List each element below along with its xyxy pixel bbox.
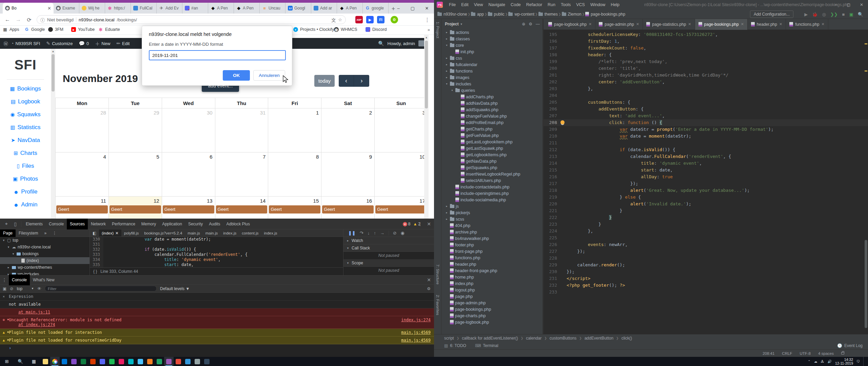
code-line[interactable]: 199 /*left: 'prev,next today', [544,58,868,65]
console-tab-whatsnew[interactable]: What's New [30,274,58,285]
breadcrumb-item[interactable]: Zlemon [562,12,581,17]
browser-tab[interactable]: ✻https:/ [105,3,131,14]
encoding[interactable]: UTF-8 [800,351,811,355]
stack-frame-link[interactable]: at index.js:274 [9,322,431,327]
navigator-tab-page[interactable]: Page [0,229,16,237]
source-link[interactable]: main.js:4569 [401,338,431,343]
show-navigator-icon[interactable]: ◧ [90,229,99,237]
calendar-day-cell[interactable]: 2 [321,108,375,152]
admin-bar-comments[interactable]: 💬0 [79,41,89,46]
project-tree-item[interactable]: ▸scss [441,216,542,222]
menu-vcs[interactable]: VCS [573,2,588,7]
close-icon[interactable]: ✕ [855,0,868,9]
devtools-tab-console[interactable]: Console [46,219,67,229]
project-tree-item[interactable]: page-admin.php [441,300,542,306]
sidebar-item-admin[interactable]: ☻Admin [0,198,51,211]
menu-navigate[interactable]: Navigate [486,2,508,7]
code-breadcrumb-item[interactable]: customButtons [550,336,576,341]
navigator-tree-item[interactable]: ▾bookings [0,250,90,257]
minimize-icon[interactable]: – [391,3,406,14]
extension-icon[interactable]: FI [377,16,384,23]
editor-tab[interactable]: page-bookings.php✕ [695,19,748,30]
taskbar-search-icon[interactable]: 🔍 [14,357,27,366]
project-tree-item[interactable]: ▸fullcalendar [441,61,542,68]
source-file-tab[interactable]: main.js [203,229,220,237]
code-line[interactable]: 207 text: 'add event...', [544,113,868,119]
calendar-day-cell[interactable]: 17Geert [375,197,428,219]
device-toolbar-icon[interactable]: ▯ [11,220,20,228]
tab-close-icon[interactable]: ✕ [589,22,592,26]
menu-window[interactable]: Window [588,2,608,7]
browser-tab[interactable]: Ggoogle [363,3,389,14]
expand-icon[interactable]: ▶ [7,318,9,321]
tray-expand-icon[interactable]: ⌃ [808,360,810,363]
calendar-event[interactable]: Geert [216,205,268,214]
code-breadcrumb-item[interactable]: addEventButton [585,336,613,341]
project-tree-item[interactable]: front-page.php [441,248,542,255]
chrome-menu-icon[interactable]: ⋮ [423,16,431,24]
sidebar-item-bookings[interactable]: ▦Bookings [0,82,51,95]
menu-code[interactable]: Code [508,2,524,7]
show-desktop-button[interactable] [863,357,865,366]
admin-bar-site[interactable]: ◔N939SR SFI [11,41,40,46]
project-pane-title[interactable]: Project [445,22,459,26]
maximize-icon[interactable]: ▢ [842,0,855,9]
code-line[interactable]: 220 alert('Invalid date.'); [544,201,868,207]
code-line[interactable]: 226 events: newArr, [544,241,868,248]
code-breadcrumb-item[interactable]: callback for addEventListener() [462,336,518,341]
devtools-tab-audits[interactable]: Audits [206,219,223,229]
console-message[interactable]: ⊗▶Uncaught ReferenceError: module is not… [0,316,434,329]
project-tree-item[interactable]: getLastLogbookItem.php [441,139,542,145]
scroll-up-icon[interactable]: ▲ [51,49,55,54]
code-line[interactable]: 223 } [544,221,868,228]
settings-icon[interactable]: ⚙ [529,22,532,26]
next-month-button[interactable]: › [354,75,369,87]
devtools-close-icon[interactable]: ✕ [425,220,433,228]
breadcrumb-item[interactable]: wp-content [508,12,534,17]
admin-bar-new[interactable]: ＋New [95,40,110,47]
project-tree-item[interactable]: ▸images [441,74,542,81]
breadcrumb-item[interactable]: app [471,12,484,17]
project-tree-item[interactable]: ▸functions [441,68,542,74]
project-tree-item[interactable]: ▾queries [441,87,542,94]
stack-frame-link[interactable]: at main.js:11 [9,310,431,314]
collapse-all-icon[interactable]: ⊕ [522,22,525,26]
line-endings[interactable]: CRLF [782,351,792,355]
console-tab-console[interactable]: Console [9,274,30,285]
menu-file[interactable]: File [446,2,458,7]
sidebar-item-logbook[interactable]: ▤Logbook [0,95,51,108]
code-line[interactable]: 219 } else { [544,194,868,201]
browser-tab[interactable]: ●#an [182,3,208,14]
sidebar-item-photos[interactable]: ▣Photos [0,172,51,185]
scope-section[interactable]: ▾Scope [343,259,434,267]
code-line[interactable]: 228 [544,255,868,262]
project-tree-item[interactable]: include-socialmedia.php [441,197,542,203]
devtools-tab-security[interactable]: Security [185,219,206,229]
console-message[interactable]: ▲▶Plugin file not loaded for interaction… [0,329,434,337]
calendar-day-cell[interactable]: 30 [162,108,215,152]
code-line[interactable]: 196 firstDay: 1, [544,38,868,45]
source-file-tab[interactable]: polyfill.js [121,229,141,237]
devtools-tab-network[interactable]: Network [88,219,109,229]
calendar-day-cell[interactable]: 28 [56,108,109,152]
clear-console-icon[interactable]: ⊘ [10,286,13,291]
project-tree-item[interactable]: home.php [441,274,542,280]
taskbar-app-app[interactable] [88,357,98,366]
calendar-day-cell[interactable]: 7 [215,152,269,196]
project-tree-item[interactable]: getFuelValue.php [441,132,542,139]
tab-close-icon[interactable]: ✕ [115,231,119,236]
project-tree-item[interactable]: init.php [441,48,542,55]
expand-icon[interactable]: ▶ [7,330,9,333]
code-line[interactable]: 229 calendar.render(); [544,262,868,268]
bookmark-item[interactable]: GGoogle [24,27,45,32]
calendar-day-cell[interactable]: 13Geert [162,197,215,219]
sidebar-scrollbar[interactable]: ▲ [51,49,55,219]
code-line[interactable]: 209 var dateStr = prompt('Enter a date i… [544,126,868,133]
project-tree-item[interactable]: getCharts.php [441,126,542,132]
calendar-day-cell[interactable]: 12Geert [109,197,162,219]
calendar-event[interactable]: Geert [269,205,320,214]
browser-tab[interactable]: FullCal [131,3,157,14]
deactivate-breakpoints-icon[interactable]: ⊘ [393,230,397,236]
console-sidebar-icon[interactable]: ▣ [3,286,6,291]
event-log-button[interactable]: 🕓Event Log [837,342,863,349]
